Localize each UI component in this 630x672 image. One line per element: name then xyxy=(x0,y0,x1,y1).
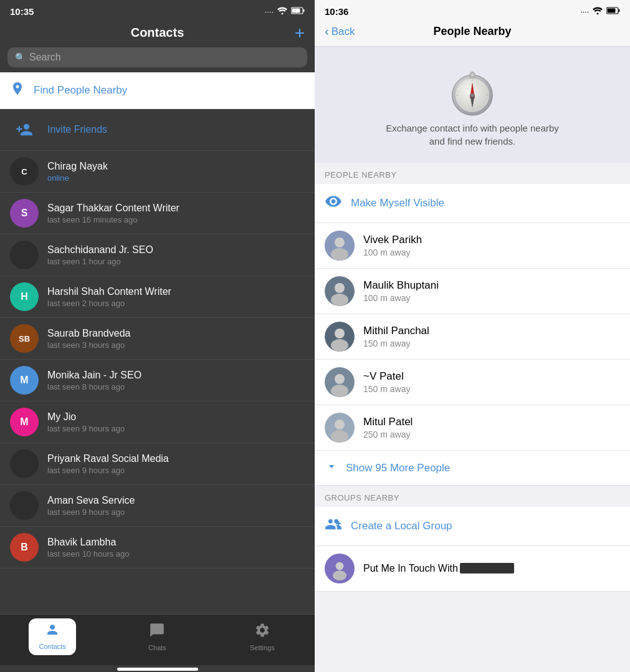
find-people-nearby-row[interactable]: Find People Nearby xyxy=(0,72,315,109)
people-nearby-section-header: PEOPLE NEARBY xyxy=(315,163,630,184)
contact-name-monika: Monika Jain - Jr SEO xyxy=(47,370,141,381)
contact-item-aman[interactable]: Aman Seva Service last seen 9 hours ago xyxy=(0,485,315,527)
put-in-touch-row[interactable]: Put Me In Touch With Ahmedabad xyxy=(315,546,630,592)
contacts-title: Contacts xyxy=(131,26,184,40)
distance-mithil: 150 m away xyxy=(363,338,429,348)
status-icons-left: ···· xyxy=(265,7,305,16)
svg-point-38 xyxy=(333,570,346,580)
add-contact-button[interactable]: + xyxy=(295,24,305,42)
left-header: Contacts + xyxy=(0,21,315,47)
contact-item-harshil[interactable]: H Harshil Shah Content Writer last seen … xyxy=(0,276,315,318)
search-bar[interactable]: 🔍 Search xyxy=(7,47,307,67)
contact-info-sachchidanand: Sachchidanand Jr. SEO last seen 1 hour a… xyxy=(47,244,153,266)
contact-info-priyank: Priyank Raval Social Media last seen 9 h… xyxy=(47,453,169,475)
svg-point-26 xyxy=(331,294,348,306)
page-title: People Nearby xyxy=(433,25,511,38)
contact-name-priyank: Priyank Raval Social Media xyxy=(47,453,169,464)
contact-info-bhavik: Bhavik Lambha last seen 10 hours ago xyxy=(47,537,130,559)
show-more-label: Show 95 More People xyxy=(346,462,450,474)
status-time-right: 10:36 xyxy=(325,6,348,17)
avatar-mithil xyxy=(325,322,355,352)
svg-point-6 xyxy=(597,13,599,15)
contact-item-monika[interactable]: M Monika Jain - Jr SEO last seen 8 hours… xyxy=(0,360,315,401)
groups-nearby-label: GROUPS NEARBY xyxy=(325,493,399,502)
person-maulik[interactable]: Maulik Bhuptani 100 m away xyxy=(315,269,630,314)
make-myself-visible-row[interactable]: Make Myself Visible xyxy=(315,184,630,223)
redacted-text: Ahmedabad xyxy=(460,563,513,574)
name-maulik: Maulik Bhuptani xyxy=(363,279,439,292)
contact-avatar-chirag: C xyxy=(10,157,39,186)
compass-description: Exchange contact info with people nearby… xyxy=(386,122,559,148)
svg-point-23 xyxy=(331,248,348,261)
contact-avatar-monika: M xyxy=(10,366,39,395)
put-in-touch-info: Put Me In Touch With Ahmedabad xyxy=(363,563,514,574)
tab-chats[interactable]: Chats xyxy=(105,622,209,651)
svg-point-20 xyxy=(470,94,474,97)
contact-item-sachchidanand[interactable]: Sachchidanand Jr. SEO last seen 1 hour a… xyxy=(0,234,315,276)
show-more-row[interactable]: Show 95 More People xyxy=(315,451,630,486)
invite-friends-label: Invite Friends xyxy=(47,124,107,135)
status-time-left: 10:35 xyxy=(10,6,34,17)
contact-info-myjio: My Jio last seen 9 hours ago xyxy=(47,411,125,433)
invite-avatar xyxy=(10,115,39,144)
contact-status-aman: last seen 9 hours ago xyxy=(47,507,135,517)
contact-item-chirag[interactable]: C Chirag Nayak online xyxy=(0,151,315,193)
contact-avatar-saurab: SB xyxy=(10,324,39,353)
svg-point-31 xyxy=(335,374,345,384)
compass-icon xyxy=(444,65,500,122)
contact-status-priyank: last seen 9 hours ago xyxy=(47,466,169,475)
create-local-group-label: Create a Local Group xyxy=(351,520,452,532)
groups-list: Create a Local Group Put Me In Touch Wit… xyxy=(315,507,630,592)
back-button[interactable]: ‹ Back xyxy=(325,24,355,39)
svg-point-22 xyxy=(335,238,345,247)
svg-text:C: C xyxy=(21,167,27,176)
back-label: Back xyxy=(332,26,355,38)
name-vpatel: ~V Patel xyxy=(363,370,410,383)
status-bar-right: 10:36 ···· xyxy=(315,0,630,21)
back-chevron-icon: ‹ xyxy=(325,24,329,39)
invite-friends-item[interactable]: Invite Friends xyxy=(0,109,315,151)
person-mitul[interactable]: Mitul Patel 250 m away xyxy=(315,405,630,451)
avatar-vpatel xyxy=(325,367,355,397)
svg-point-34 xyxy=(335,420,345,430)
contact-item-saurab[interactable]: SB Saurab Brandveda last seen 3 hours ag… xyxy=(0,318,315,360)
people-nearby-list: Make Myself Visible Vivek Parikh 100 m a… xyxy=(315,184,630,486)
people-nearby-label: PEOPLE NEARBY xyxy=(325,170,397,180)
contact-status-bhavik: last seen 10 hours ago xyxy=(47,549,130,559)
person-mithil[interactable]: Mithil Panchal 150 m away xyxy=(315,314,630,360)
svg-rect-8 xyxy=(608,9,616,13)
person-vpatel[interactable]: ~V Patel 150 m away xyxy=(315,360,630,405)
compass-section: Exchange contact info with people nearby… xyxy=(315,47,630,163)
contact-info-chirag: Chirag Nayak online xyxy=(47,161,108,183)
location-pin-icon xyxy=(10,81,25,100)
contact-status-harshil: last seen 2 hours ago xyxy=(47,299,171,308)
create-local-group-row[interactable]: Create a Local Group xyxy=(315,507,630,546)
contact-item-myjio[interactable]: M My Jio last seen 9 hours ago xyxy=(0,401,315,443)
contact-status-sagar: last seen 16 minutes ago xyxy=(47,215,179,224)
right-dots-icon: ···· xyxy=(581,7,589,16)
status-bar-left: 10:35 ···· xyxy=(0,0,315,21)
contact-item-sagar[interactable]: S Sagar Thakkar Content Writer last seen… xyxy=(0,193,315,234)
contact-info-saurab: Saurab Brandveda last seen 3 hours ago xyxy=(47,328,130,350)
tab-settings[interactable]: Settings xyxy=(210,622,315,651)
tab-contacts[interactable]: Contacts xyxy=(0,618,105,655)
contact-avatar-priyank xyxy=(10,449,39,478)
find-people-label: Find People Nearby xyxy=(34,84,127,97)
search-placeholder: Search xyxy=(29,52,61,63)
contact-item-priyank[interactable]: Priyank Raval Social Media last seen 9 h… xyxy=(0,443,315,485)
contact-item-bhavik[interactable]: B Bhavik Lambha last seen 10 hours ago xyxy=(0,527,315,569)
contact-name-saurab: Saurab Brandveda xyxy=(47,328,130,339)
settings-tab-label: Settings xyxy=(250,644,275,651)
contact-avatar-sachchidanand xyxy=(10,241,39,269)
svg-point-29 xyxy=(331,339,348,352)
contact-avatar-bhavik: B xyxy=(10,533,39,562)
status-icons-right-group: ···· xyxy=(581,7,620,16)
svg-rect-9 xyxy=(619,9,620,12)
tab-contacts-box: Contacts xyxy=(29,618,75,655)
name-mithil: Mithil Panchal xyxy=(363,325,429,337)
contact-status-monika: last seen 8 hours ago xyxy=(47,382,141,391)
distance-mitul: 250 m away xyxy=(363,430,413,439)
person-vivek[interactable]: Vivek Parikh 100 m away xyxy=(315,223,630,269)
distance-vivek: 100 m away xyxy=(363,247,422,257)
make-visible-label: Make Myself Visible xyxy=(351,197,444,209)
